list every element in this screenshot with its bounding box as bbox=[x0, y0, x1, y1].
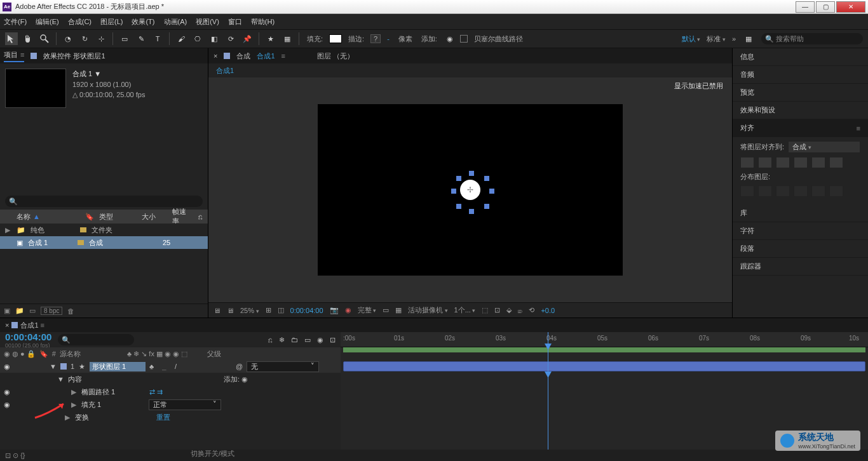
effects-tab[interactable]: 效果控件 形状图层1 bbox=[43, 51, 105, 61]
time-ruler[interactable]: :00s 01s 02s 03s 04s 05s 06s 07s 08s 09s… bbox=[341, 332, 868, 347]
align-vcenter-icon[interactable] bbox=[811, 157, 825, 168]
3d-icon[interactable]: ⬚ bbox=[482, 306, 488, 314]
menu-view[interactable]: 视图(V) bbox=[196, 17, 219, 27]
hand-tool-icon[interactable] bbox=[22, 32, 34, 45]
views-dropdown[interactable]: 1个... bbox=[454, 305, 476, 315]
new-folder-icon[interactable]: 📁 bbox=[15, 307, 24, 315]
project-row-comp[interactable]: ▣ 合成 1 合成 25 bbox=[0, 236, 208, 249]
camera-dropdown[interactable]: 活动摄像机 bbox=[408, 305, 448, 315]
menu-help[interactable]: 帮助(H) bbox=[251, 17, 275, 27]
selection-tool-icon[interactable] bbox=[5, 32, 18, 45]
align-top-icon[interactable] bbox=[794, 157, 808, 168]
zoom-dropdown[interactable]: 25% bbox=[240, 307, 259, 314]
motion-icon[interactable]: ⬙ bbox=[506, 306, 512, 314]
col-parent[interactable]: 父级 bbox=[207, 349, 245, 359]
add-menu-icon[interactable]: ◉ bbox=[241, 375, 248, 383]
panel-tracker[interactable]: 跟踪器 bbox=[733, 258, 868, 276]
add-shape-icon[interactable]: ◉ bbox=[444, 32, 456, 45]
layer-content-row[interactable]: ▼ 内容 添加: ◉ bbox=[0, 373, 341, 385]
tl-icon-1[interactable]: ⎌ bbox=[268, 336, 273, 344]
timeline-tab-close[interactable]: × bbox=[5, 321, 9, 329]
viewer-tab-close[interactable]: × bbox=[214, 52, 217, 60]
panel-library[interactable]: 库 bbox=[733, 204, 868, 222]
graph-icon[interactable]: ⎄ bbox=[518, 307, 522, 314]
viewer-time[interactable]: 0:00:04:00 bbox=[290, 307, 323, 314]
tl-icon-4[interactable]: ▭ bbox=[304, 336, 311, 344]
align-to-dropdown[interactable]: 合成 bbox=[788, 141, 860, 153]
ellipse-icons[interactable]: ⇄ ⇉ bbox=[149, 388, 163, 396]
menu-layer[interactable]: 图层(L) bbox=[100, 17, 123, 27]
tl-icon-5[interactable]: ◉ bbox=[317, 336, 323, 344]
menu-file[interactable]: 文件(F) bbox=[4, 17, 27, 27]
playhead[interactable] bbox=[548, 332, 548, 360]
brush-tool-icon[interactable]: 🖌 bbox=[175, 32, 187, 45]
timeline-tab[interactable]: 合成1 bbox=[20, 321, 38, 330]
timeline-search[interactable]: 🔍 bbox=[58, 334, 134, 345]
current-time[interactable]: 0:00:04:00 bbox=[5, 331, 51, 342]
layer-transform-row[interactable]: ▶ 变换 重置 bbox=[0, 411, 341, 424]
panel-preview[interactable]: 预览 bbox=[733, 84, 868, 102]
project-search-input[interactable]: 🔍 bbox=[5, 196, 203, 207]
panel-paragraph[interactable]: 段落 bbox=[733, 240, 868, 258]
layer-row-shape[interactable]: ◉ ▼ 1 ★ 形状图层 1 ♣ ⎯ / @ 无˅ bbox=[0, 360, 341, 373]
col-size[interactable]: 大小 bbox=[142, 212, 167, 222]
draft-icon[interactable]: ⊡ bbox=[494, 306, 500, 314]
project-tab[interactable]: 项目 ≡ bbox=[4, 50, 24, 62]
text-tool-icon[interactable]: T bbox=[151, 32, 164, 45]
tl-footer-icon1[interactable]: ⊡ bbox=[5, 451, 11, 460]
tag-icon[interactable]: 🔖 bbox=[85, 213, 94, 221]
transparency-icon[interactable]: ▦ bbox=[395, 306, 402, 314]
workspace-standard[interactable]: 标准 bbox=[707, 34, 726, 44]
stroke-width[interactable]: - bbox=[387, 35, 390, 43]
hierarchy-icon[interactable]: ⎌ bbox=[198, 213, 203, 220]
align-right-icon[interactable] bbox=[776, 157, 790, 168]
tag-col-icon[interactable]: 🔖 bbox=[39, 350, 48, 358]
monitor1-icon[interactable]: 🖥 bbox=[214, 307, 220, 314]
maximize-button[interactable]: ▢ bbox=[816, 1, 835, 13]
anchor-tool-icon[interactable]: ⊹ bbox=[95, 32, 107, 45]
monitor2-icon[interactable]: 🖥 bbox=[227, 307, 234, 314]
minimize-button[interactable]: — bbox=[796, 1, 815, 13]
align-bottom-icon[interactable] bbox=[829, 157, 843, 168]
panel-character[interactable]: 字符 bbox=[733, 222, 868, 240]
tl-icon-3[interactable]: 🗀 bbox=[291, 336, 298, 344]
rotobrush-tool-icon[interactable]: ⟳ bbox=[224, 32, 237, 45]
project-row-solids[interactable]: ▶ 📁 纯色 文件夹 bbox=[0, 224, 208, 236]
tl-icon-6[interactable]: ⊡ bbox=[330, 336, 336, 344]
comp-thumbnail[interactable] bbox=[5, 69, 66, 108]
menu-effect[interactable]: 效果(T) bbox=[132, 17, 154, 27]
av-icons[interactable]: ◉ ◍ ● 🔒 bbox=[4, 350, 36, 358]
toggle-switches-label[interactable]: 切换开关/模式 bbox=[191, 449, 234, 458]
star-icon[interactable]: ★ bbox=[264, 32, 277, 45]
bezier-checkbox[interactable] bbox=[460, 35, 468, 43]
layer-name[interactable]: 形状图层 1 bbox=[90, 362, 146, 371]
work-area-bar[interactable] bbox=[343, 347, 865, 352]
align-hcenter-icon[interactable] bbox=[758, 157, 772, 168]
exposure-reset-icon[interactable]: ⟲ bbox=[529, 306, 534, 314]
fill-mode-dropdown[interactable]: 正常˅ bbox=[149, 399, 221, 410]
new-comp-icon[interactable]: ▭ bbox=[29, 307, 36, 315]
bpc-button[interactable]: 8 bpc bbox=[41, 307, 62, 315]
fill-color-swatch[interactable] bbox=[329, 34, 342, 43]
menu-edit[interactable]: 编辑(E) bbox=[36, 17, 59, 27]
pen-tool-icon[interactable]: ✎ bbox=[135, 32, 147, 45]
mask-icon[interactable]: ◫ bbox=[278, 306, 284, 314]
zoom-tool-icon[interactable] bbox=[38, 32, 51, 45]
resolution-dropdown[interactable]: 完整 bbox=[358, 305, 377, 315]
panel-audio[interactable]: 音频 bbox=[733, 66, 868, 84]
layer-fill-row[interactable]: ◉▶ 填充 1 正常˅ bbox=[0, 398, 341, 411]
parent-dropdown[interactable]: 无˅ bbox=[247, 361, 319, 372]
menu-animation[interactable]: 动画(A) bbox=[164, 17, 187, 27]
snapshot-icon[interactable]: 📷 bbox=[330, 306, 339, 314]
close-button[interactable]: ✕ bbox=[836, 1, 865, 13]
layer-track-bar[interactable] bbox=[343, 361, 865, 371]
tl-footer-icon3[interactable]: {} bbox=[20, 451, 25, 459]
eye-icon[interactable]: ◉ bbox=[4, 363, 11, 371]
menu-window[interactable]: 窗口 bbox=[228, 17, 242, 27]
panel-align-header[interactable]: 对齐≡ bbox=[733, 119, 868, 137]
breadcrumb-comp[interactable]: 合成1 bbox=[216, 66, 234, 76]
menu-composition[interactable]: 合成(C) bbox=[68, 17, 92, 27]
grid-icon[interactable]: ▦ bbox=[281, 32, 294, 45]
tl-icon-2[interactable]: ❄ bbox=[279, 336, 285, 344]
roi-icon[interactable]: ▭ bbox=[383, 306, 389, 314]
